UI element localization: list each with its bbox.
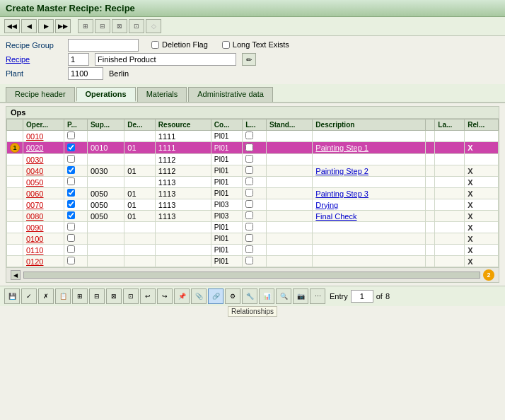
cell-l[interactable] <box>243 233 267 245</box>
cell-p[interactable] <box>64 177 88 188</box>
cell-oper[interactable]: 0110 <box>23 245 64 256</box>
bottom-btn-14[interactable]: ⚙ <box>225 288 240 304</box>
table-row[interactable]: 0110PI01X <box>7 245 499 256</box>
table-row[interactable]: 0120PI01X <box>7 256 499 267</box>
cell-oper[interactable]: 0040 <box>23 165 64 177</box>
bottom-btn-6[interactable]: ⊟ <box>89 288 105 304</box>
edit-btn[interactable]: ✏ <box>242 53 256 66</box>
cell-p[interactable] <box>64 256 88 267</box>
bottom-btn-18[interactable]: 📷 <box>293 288 308 304</box>
cell-oper[interactable]: 0080 <box>23 211 64 222</box>
cell-p[interactable] <box>64 211 88 222</box>
bottom-btn-1[interactable]: 💾 <box>4 288 20 304</box>
scroll-track[interactable] <box>23 272 480 279</box>
toolbar-btn-2[interactable]: ⊟ <box>95 19 110 33</box>
tab-recipe-header[interactable]: Recipe header <box>6 87 75 102</box>
tab-operations[interactable]: Operations <box>76 87 136 102</box>
bottom-btn-13[interactable]: 🔗 <box>208 288 224 304</box>
toolbar-btn-4[interactable]: ⊡ <box>129 19 144 33</box>
scroll-left-btn[interactable]: ◀ <box>11 270 21 280</box>
bottom-btn-19[interactable]: ⋯ <box>310 288 325 304</box>
cell-l[interactable] <box>243 177 267 188</box>
cell-l[interactable] <box>243 131 267 142</box>
bottom-btn-10[interactable]: ↪ <box>157 288 173 304</box>
cell-p[interactable] <box>64 233 88 245</box>
recipe-link[interactable]: Recipe <box>6 55 62 64</box>
nav-first-btn[interactable]: ◀◀ <box>4 19 20 33</box>
bottom-btn-5[interactable]: ⊞ <box>72 288 88 304</box>
cell-oper[interactable]: 0010 <box>23 131 64 142</box>
cell-l[interactable] <box>243 165 267 177</box>
cell-desc[interactable] <box>313 131 426 142</box>
table-row[interactable]: 00101111PI01 <box>7 131 499 142</box>
cell-desc[interactable] <box>313 256 426 267</box>
cell-l[interactable] <box>243 199 267 211</box>
table-row[interactable]: 0100PI01X <box>7 233 499 245</box>
cell-p[interactable] <box>64 142 88 154</box>
toolbar-btn-1[interactable]: ⊞ <box>78 19 93 33</box>
cell-oper[interactable]: 0070 <box>23 199 64 211</box>
toolbar-btn-5[interactable]: ◇ <box>146 19 161 33</box>
table-row[interactable]: 0090PI01X <box>7 222 499 233</box>
deletion-flag-checkbox[interactable] <box>151 41 159 49</box>
tab-administrative-data[interactable]: Administrative data <box>188 87 273 102</box>
tab-materials[interactable]: Materials <box>137 87 187 102</box>
nav-last-btn[interactable]: ▶▶ <box>55 19 71 33</box>
toolbar-btn-3[interactable]: ⊠ <box>112 19 127 33</box>
cell-l[interactable] <box>243 256 267 267</box>
table-row[interactable]: 00501113PI01X <box>7 177 499 188</box>
table-row[interactable]: 00700050011113PI03DryingX <box>7 199 499 211</box>
cell-oper[interactable]: 0060 <box>23 188 64 199</box>
cell-oper[interactable]: 0030 <box>23 154 64 165</box>
cell-p[interactable] <box>64 245 88 256</box>
bottom-btn-9[interactable]: ↩ <box>140 288 156 304</box>
recipe-group-input[interactable] <box>68 39 139 52</box>
long-text-checkbox[interactable] <box>222 41 230 49</box>
plant-input[interactable] <box>68 67 103 80</box>
bottom-btn-11[interactable]: 📌 <box>174 288 190 304</box>
cell-l[interactable] <box>243 154 267 165</box>
entry-input[interactable] <box>351 290 373 303</box>
cell-p[interactable] <box>64 131 88 142</box>
cell-oper[interactable]: 0100 <box>23 233 64 245</box>
table-row[interactable]: 00800050011113PI03Final CheckX <box>7 211 499 222</box>
recipe-input[interactable] <box>68 53 89 66</box>
cell-p[interactable] <box>64 188 88 199</box>
product-input[interactable] <box>95 53 236 66</box>
table-row[interactable]: 100200010011111PI01Painting Step 1X <box>7 142 499 154</box>
cell-desc[interactable]: Final Check <box>313 211 426 222</box>
cell-desc[interactable] <box>313 222 426 233</box>
table-row[interactable]: 00400030011112PI01Painting Step 2X <box>7 165 499 177</box>
cell-l[interactable] <box>243 245 267 256</box>
bottom-btn-4[interactable]: 📋 <box>55 288 71 304</box>
cell-l[interactable] <box>243 222 267 233</box>
bottom-btn-3[interactable]: ✗ <box>38 288 54 304</box>
bottom-btn-8[interactable]: ⊡ <box>123 288 139 304</box>
cell-oper[interactable]: 0090 <box>23 222 64 233</box>
bottom-btn-2[interactable]: ✓ <box>21 288 37 304</box>
bottom-btn-17[interactable]: 🔍 <box>276 288 291 304</box>
cell-oper[interactable]: 0020 <box>23 142 64 154</box>
cell-l[interactable] <box>243 188 267 199</box>
cell-desc[interactable]: Drying <box>313 199 426 211</box>
cell-desc[interactable] <box>313 233 426 245</box>
cell-p[interactable] <box>64 165 88 177</box>
bottom-btn-12[interactable]: 📎 <box>191 288 207 304</box>
cell-oper[interactable]: 0120 <box>23 256 64 267</box>
cell-desc[interactable] <box>313 177 426 188</box>
nav-next-btn[interactable]: ▶ <box>38 19 54 33</box>
cell-desc[interactable]: Painting Step 3 <box>313 188 426 199</box>
cell-desc[interactable]: Painting Step 2 <box>313 165 426 177</box>
cell-desc[interactable]: Painting Step 1 <box>313 142 426 154</box>
cell-p[interactable] <box>64 154 88 165</box>
cell-desc[interactable] <box>313 245 426 256</box>
cell-p[interactable] <box>64 222 88 233</box>
table-row[interactable]: 00600050011113PI01Painting Step 3X <box>7 188 499 199</box>
table-row[interactable]: 00301112PI01 <box>7 154 499 165</box>
cell-l[interactable] <box>243 142 267 154</box>
bottom-btn-15[interactable]: 🔧 <box>242 288 257 304</box>
bottom-btn-7[interactable]: ⊠ <box>106 288 122 304</box>
bottom-btn-16[interactable]: 📊 <box>259 288 274 304</box>
cell-l[interactable] <box>243 211 267 222</box>
cell-p[interactable] <box>64 199 88 211</box>
